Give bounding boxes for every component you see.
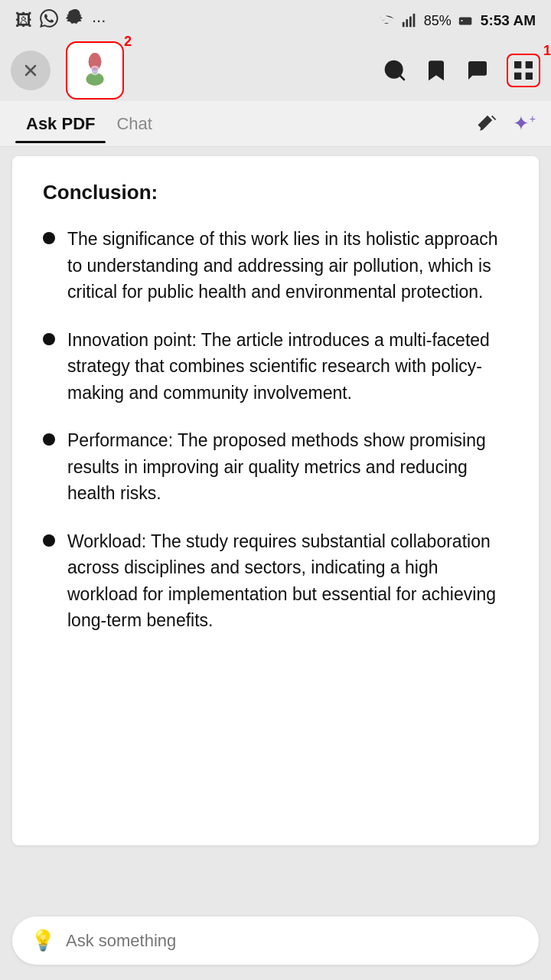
bulb-icon: 💡: [31, 929, 55, 952]
bookmark-button[interactable]: [424, 58, 448, 83]
nav-bar: 2: [0, 40, 551, 101]
tabs-bar: Ask PDF Chat ✦+: [0, 101, 551, 147]
ai-sparkle-button[interactable]: ✦+: [513, 112, 536, 136]
tabs-actions: ✦+: [476, 112, 536, 136]
grid-badge: 1: [543, 43, 551, 59]
svg-rect-18: [526, 61, 533, 68]
status-right-info: 85% 5:53 AM: [378, 12, 536, 29]
broom-icon: [476, 113, 499, 136]
list-item: Performance: The proposed methods show p…: [43, 427, 508, 507]
grid-icon: [511, 58, 536, 83]
bullet-text-4: Workload: The study requires substantial…: [67, 528, 508, 634]
bullet-list: The significance of this work lies in it…: [43, 226, 508, 634]
app-logo-wrapper[interactable]: 2: [66, 41, 124, 100]
gallery-icon: 🖼: [15, 11, 32, 31]
bullet-text-3: Performance: The proposed methods show p…: [67, 427, 508, 507]
tab-chat[interactable]: Chat: [106, 106, 162, 142]
close-button[interactable]: [11, 51, 51, 90]
svg-rect-20: [526, 73, 533, 80]
bullet-dot: [43, 232, 55, 244]
svg-rect-4: [459, 17, 472, 24]
nav-action-icons: 1: [383, 54, 540, 87]
more-dots: ···: [92, 11, 106, 31]
clean-button[interactable]: [476, 113, 499, 136]
app-logo-box: [66, 41, 124, 100]
bullet-dot: [43, 333, 55, 345]
svg-rect-0: [403, 22, 405, 27]
logo-badge: 2: [124, 34, 132, 50]
ask-input[interactable]: [66, 931, 520, 951]
bullet-dot: [43, 534, 55, 547]
pdf-content-card: Conclusion: The significance of this wor…: [12, 156, 539, 845]
bullet-text-2: Innovation point: The article introduces…: [67, 327, 508, 407]
wifi-icon: [378, 12, 395, 29]
list-item: The significance of this work lies in it…: [43, 226, 508, 305]
search-button[interactable]: [383, 58, 407, 83]
tab-ask-pdf[interactable]: Ask PDF: [15, 106, 106, 142]
battery-level: 85%: [424, 13, 452, 29]
list-item: Workload: The study requires substantial…: [43, 528, 508, 634]
content-area: Conclusion: The significance of this wor…: [0, 147, 551, 906]
svg-rect-17: [514, 61, 521, 68]
bullet-text-1: The significance of this work lies in it…: [67, 226, 508, 305]
svg-line-16: [399, 75, 404, 80]
sparkle-icon: ✦+: [513, 112, 536, 136]
svg-rect-2: [409, 17, 412, 28]
signal-icon: [401, 12, 418, 29]
list-item: Innovation point: The article introduces…: [43, 327, 508, 407]
grid-icon-border: [507, 54, 540, 87]
status-time: 5:53 AM: [481, 12, 536, 29]
comment-button[interactable]: [465, 58, 490, 83]
grid-menu-button[interactable]: 1: [507, 54, 540, 87]
svg-point-14: [92, 67, 98, 74]
battery-icon: [458, 12, 474, 29]
svg-rect-1: [406, 19, 408, 27]
bottom-bar: 💡: [0, 906, 551, 980]
whatsapp-icon: [40, 9, 58, 32]
status-left-icons: 🖼 ···: [15, 9, 106, 32]
app-logo-icon: [75, 51, 115, 90]
snapchat-icon: [66, 9, 84, 32]
bullet-dot: [43, 433, 55, 446]
conclusion-title: Conclusion:: [43, 181, 508, 204]
svg-rect-19: [514, 73, 521, 80]
ask-input-container: 💡: [12, 916, 539, 965]
svg-rect-3: [412, 14, 415, 27]
status-bar: 🖼 ··· 85% 5:53 AM: [0, 0, 551, 40]
